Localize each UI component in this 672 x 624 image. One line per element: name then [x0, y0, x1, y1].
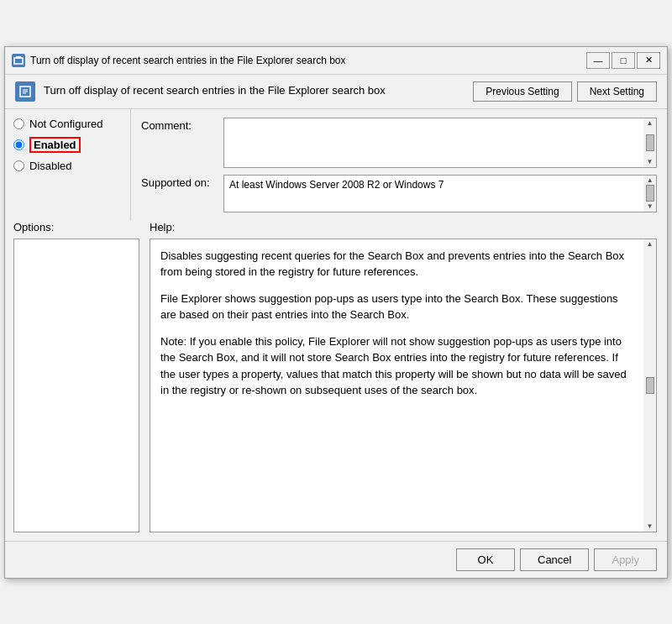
supported-value: At least Windows Server 2008 R2 or Windo…	[223, 175, 643, 212]
scroll-down-arrow: ▼	[647, 159, 654, 165]
close-button[interactable]: ✕	[637, 52, 660, 69]
comment-row: Comment: ▲ ▼	[141, 118, 657, 168]
help-content-box: Disables suggesting recent queries for t…	[150, 239, 643, 532]
comment-scrollbar: ▲ ▼	[643, 118, 657, 168]
enabled-label: Enabled	[29, 137, 81, 153]
comment-label: Comment:	[141, 118, 217, 132]
previous-setting-button[interactable]: Previous Setting	[473, 81, 571, 102]
not-configured-option[interactable]: Not Configured	[13, 118, 122, 130]
help-title: Help:	[150, 221, 657, 233]
title-bar: Turn off display of recent search entrie…	[5, 47, 667, 75]
radio-panel: Not Configured Enabled Disabled	[5, 109, 131, 221]
supported-label: Supported on:	[141, 175, 217, 189]
help-scroll-up: ▲	[647, 241, 654, 248]
nav-buttons: Previous Setting Next Setting	[473, 81, 657, 102]
help-scroll-down: ▼	[647, 523, 654, 530]
help-scrollbar: ▲ ▼	[643, 239, 657, 532]
disabled-option[interactable]: Disabled	[13, 160, 122, 172]
scroll-down-arrow2: ▼	[647, 203, 654, 210]
window-title: Turn off display of recent search entrie…	[30, 55, 581, 66]
policy-icon	[15, 81, 35, 102]
not-configured-label: Not Configured	[29, 118, 102, 130]
minimize-button[interactable]: —	[586, 52, 610, 69]
help-scroll-thumb	[646, 377, 654, 394]
ok-button[interactable]: OK	[456, 548, 515, 571]
dialog-top-body: Not Configured Enabled Disabled Comment:…	[5, 109, 667, 221]
maximize-button[interactable]: □	[612, 52, 635, 69]
options-content-box	[13, 239, 139, 532]
options-help-area: Options: Help: Disables suggesting recen…	[5, 221, 667, 541]
scroll-up-arrow2: ▲	[647, 177, 654, 184]
enabled-radio[interactable]	[13, 139, 24, 150]
next-setting-button[interactable]: Next Setting	[577, 81, 657, 102]
help-para2: File Explorer shows suggestion pop-ups a…	[160, 291, 633, 323]
options-section: Options:	[13, 221, 139, 532]
disabled-radio[interactable]	[13, 160, 24, 171]
options-title: Options:	[13, 221, 139, 233]
window-controls: — □ ✕	[586, 52, 660, 69]
help-para3: Note: If you enable this policy, File Ex…	[160, 333, 633, 399]
supported-scrollbar: ▲ ▼	[643, 175, 657, 212]
dialog-header: Turn off display of recent search entrie…	[5, 75, 667, 109]
apply-button[interactable]: Apply	[594, 548, 657, 571]
dialog-title: Turn off display of recent search entrie…	[44, 84, 465, 98]
scroll-up-arrow: ▲	[647, 120, 654, 127]
window-icon	[12, 54, 25, 67]
help-para1: Disables suggesting recent queries for t…	[160, 248, 633, 281]
dialog-footer: OK Cancel Apply	[5, 541, 667, 578]
help-section: Help: Disables suggesting recent queries…	[139, 221, 657, 532]
scroll-thumb2	[646, 185, 654, 202]
disabled-label: Disabled	[29, 160, 72, 172]
supported-row: Supported on: At least Windows Server 20…	[141, 175, 657, 212]
svg-rect-1	[16, 56, 21, 59]
right-panel: Comment: ▲ ▼ Supported on: At least Wind…	[131, 109, 667, 221]
cancel-button[interactable]: Cancel	[520, 548, 589, 571]
enabled-option[interactable]: Enabled	[13, 137, 122, 153]
not-configured-radio[interactable]	[13, 118, 24, 129]
comment-textarea[interactable]	[223, 118, 643, 168]
main-window: Turn off display of recent search entrie…	[4, 46, 668, 579]
scroll-thumb	[646, 134, 654, 151]
svg-rect-0	[14, 58, 23, 64]
